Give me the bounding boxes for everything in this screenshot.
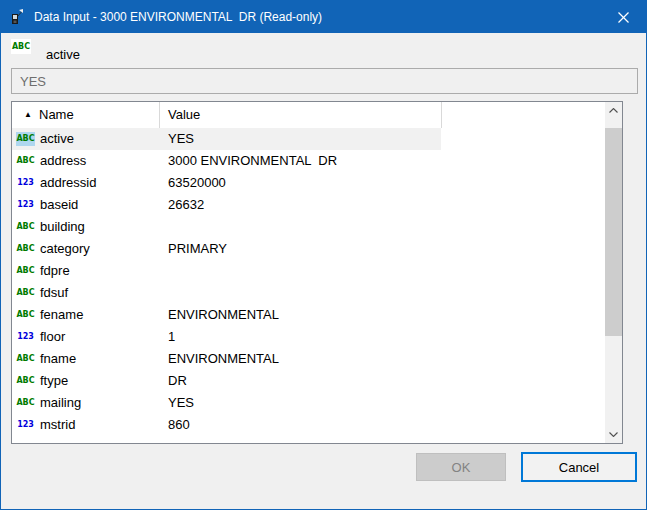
field-name-cell: mailing [40, 395, 81, 410]
field-type-icon: ABC [16, 308, 35, 322]
field-name-cell: floor [40, 329, 65, 344]
table-row[interactable]: ABC building [12, 216, 605, 238]
column-header-value[interactable]: Value [168, 107, 200, 122]
field-type-icon: ABC [16, 352, 35, 366]
table-row[interactable]: ABC fname ENVIRONMENTAL [12, 348, 605, 370]
gps-device-icon [10, 9, 26, 25]
field-type-icon: 123 [16, 330, 35, 344]
field-value-cell: YES [168, 131, 194, 146]
table-row[interactable]: 123 floor 1 [12, 326, 605, 348]
field-type-icon: ABC [16, 396, 35, 410]
column-divider[interactable] [159, 102, 160, 128]
table-row[interactable]: ABC mailing YES [12, 392, 605, 414]
field-type-icon: 123 [16, 198, 35, 212]
table-row[interactable]: 123 addressid 63520000 [12, 172, 605, 194]
column-divider[interactable] [441, 102, 442, 128]
field-name-cell: address [40, 153, 86, 168]
table-row[interactable]: ABC fdsuf [12, 282, 605, 304]
field-value-cell: 3000 ENVIRONMENTAL DR [168, 153, 337, 168]
cancel-button[interactable]: Cancel [521, 452, 637, 482]
field-value-cell: 860 [168, 417, 190, 432]
field-type-icon: 123 [16, 418, 35, 432]
table-rows: ABC active YES ABC address 3000 ENVIRONM… [12, 128, 605, 443]
field-name-cell: addressid [40, 175, 96, 190]
table-row[interactable]: ABC fename ENVIRONMENTAL [12, 304, 605, 326]
field-type-icon: 123 [16, 176, 35, 190]
field-type-icon: ABC [16, 264, 35, 278]
field-name-cell: active [40, 131, 74, 146]
table-row[interactable]: ABC address 3000 ENVIRONMENTAL DR [12, 150, 605, 172]
field-name-cell: fename [40, 307, 83, 322]
field-value-cell: 1 [168, 329, 175, 344]
scroll-up-button[interactable] [605, 102, 622, 119]
current-field-label: active [46, 47, 80, 62]
field-type-icon: ABC [16, 286, 35, 300]
field-name-cell: fname [40, 351, 76, 366]
attribute-table: ▲ Name Value ABC active YES ABC address … [11, 101, 623, 444]
field-name-cell: building [40, 219, 85, 234]
field-name-cell: fdsuf [40, 285, 68, 300]
field-type-icon: ABC [16, 374, 35, 388]
close-button[interactable] [600, 1, 646, 33]
field-value-cell: YES [168, 395, 194, 410]
field-type-icon: ABC [16, 220, 35, 234]
field-name-cell: ftype [40, 373, 68, 388]
scroll-down-button[interactable] [605, 426, 622, 443]
table-row[interactable]: ABC ftype DR [12, 370, 605, 392]
field-name-cell: category [40, 241, 90, 256]
close-icon [618, 12, 629, 23]
field-name-cell: mstrid [40, 417, 75, 432]
table-row[interactable]: 123 baseid 26632 [12, 194, 605, 216]
field-type-icon: ABC [16, 132, 35, 146]
ok-button[interactable]: OK [416, 453, 506, 481]
field-value-cell: ENVIRONMENTAL [168, 307, 279, 322]
field-value-cell: 63520000 [168, 175, 226, 190]
field-value-cell: ENVIRONMENTAL [168, 351, 279, 366]
table-row[interactable]: ABC fdpre [12, 260, 605, 282]
field-type-icon: ABC [16, 154, 35, 168]
table-row[interactable]: ABC active YES [12, 128, 605, 150]
sort-ascending-icon: ▲ [24, 110, 32, 119]
column-header-name[interactable]: Name [39, 107, 74, 122]
table-row[interactable]: 123 mstrid 860 [12, 414, 605, 436]
vertical-scrollbar[interactable] [605, 102, 622, 443]
field-type-icon: ABC [16, 242, 35, 256]
field-name-cell: fdpre [40, 263, 70, 278]
table-row[interactable]: ABC category PRIMARY [12, 238, 605, 260]
chevron-down-icon [609, 432, 618, 437]
data-input-dialog: Data Input - 3000 ENVIRONMENTAL DR (Read… [0, 0, 647, 510]
table-header: ▲ Name Value [12, 102, 605, 128]
window-title: Data Input - 3000 ENVIRONMENTAL DR (Read… [34, 10, 322, 24]
titlebar[interactable]: Data Input - 3000 ENVIRONMENTAL DR (Read… [1, 1, 646, 33]
field-value-cell: 26632 [168, 197, 204, 212]
current-field-value-input[interactable] [11, 68, 638, 94]
field-value-cell: DR [168, 373, 187, 388]
scrollbar-thumb[interactable] [605, 128, 622, 336]
field-value-cell: PRIMARY [168, 241, 227, 256]
chevron-up-icon [609, 108, 618, 113]
field-type-badge-icon: ABC [11, 39, 31, 54]
field-name-cell: baseid [40, 197, 78, 212]
